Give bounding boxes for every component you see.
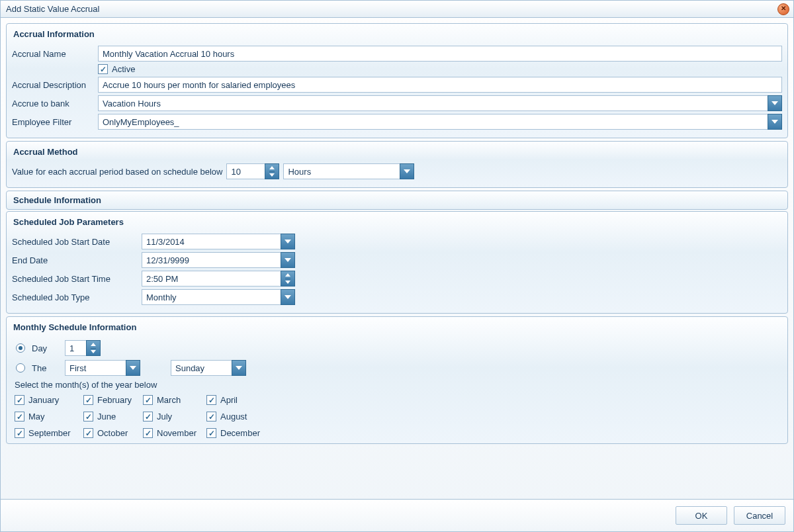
month-checkbox-july[interactable]: July	[143, 412, 206, 421]
chevron-down-icon	[285, 258, 291, 262]
month-label: February	[97, 395, 132, 405]
month-checkbox[interactable]	[83, 412, 93, 421]
month-checkbox[interactable]	[15, 412, 24, 421]
spin-down-button[interactable]	[269, 171, 275, 179]
accrual-unit-select[interactable]	[283, 163, 414, 179]
ordinal-dropdown-button[interactable]	[126, 360, 140, 376]
month-checkbox-june[interactable]: June	[83, 412, 143, 421]
spin-down-button[interactable]	[285, 279, 290, 287]
month-label: May	[28, 412, 45, 421]
day-spinner[interactable]	[65, 340, 101, 356]
month-checkbox[interactable]	[143, 395, 153, 405]
month-checkbox-may[interactable]: May	[15, 412, 83, 421]
chevron-up-icon	[91, 343, 96, 346]
accrual-name-input[interactable]	[98, 46, 782, 62]
month-checkbox[interactable]	[206, 428, 216, 438]
end-date-label: End Date	[12, 255, 142, 265]
accrue-to-bank-label: Accrue to bank	[12, 99, 98, 109]
weekday-select[interactable]	[171, 360, 246, 376]
start-time-label: Scheduled Job Start Time	[12, 274, 142, 284]
accrual-description-input[interactable]	[98, 77, 782, 93]
cancel-button[interactable]: Cancel	[734, 506, 785, 525]
close-button[interactable]: ✕	[777, 3, 789, 15]
ordinal-select[interactable]	[65, 360, 140, 376]
month-checkbox[interactable]	[83, 395, 93, 405]
weekday-value[interactable]	[171, 360, 232, 376]
spin-up-button[interactable]	[91, 341, 96, 348]
start-date-picker[interactable]	[142, 234, 295, 249]
day-spin-buttons[interactable]	[86, 340, 101, 356]
end-date-dropdown-button[interactable]	[281, 252, 295, 268]
accrue-to-bank-value[interactable]	[98, 95, 768, 111]
start-time-spin-buttons[interactable]	[281, 271, 295, 287]
chevron-down-icon	[285, 295, 291, 299]
month-checkbox-october[interactable]: October	[83, 428, 143, 438]
active-checkbox[interactable]	[98, 64, 108, 74]
accrual-value-label: Value for each accrual period based on s…	[12, 167, 226, 177]
spin-up-button[interactable]	[285, 271, 290, 279]
month-label: November	[157, 428, 197, 438]
start-date-row: Scheduled Job Start Date	[12, 234, 782, 249]
day-label: Day	[32, 343, 58, 353]
month-checkbox[interactable]	[15, 428, 24, 438]
accrue-to-bank-select[interactable]	[98, 95, 782, 111]
employee-filter-value[interactable]	[98, 114, 768, 130]
ok-button[interactable]: OK	[676, 506, 727, 525]
month-checkbox[interactable]	[83, 428, 93, 438]
accrual-unit-dropdown-button[interactable]	[400, 163, 414, 179]
end-date-picker[interactable]	[142, 252, 295, 268]
day-radio[interactable]	[16, 343, 25, 353]
active-checkbox-wrap[interactable]: Active	[98, 64, 135, 74]
chevron-down-icon	[91, 350, 96, 353]
month-label: January	[28, 395, 59, 405]
employee-filter-select[interactable]	[98, 114, 782, 130]
chevron-down-icon	[130, 366, 136, 370]
accrue-to-bank-row: Accrue to bank	[12, 95, 782, 111]
month-checkbox-august[interactable]: August	[206, 412, 279, 421]
month-label: March	[157, 395, 181, 405]
job-type-dropdown-button[interactable]	[281, 289, 295, 305]
ordinal-value[interactable]	[65, 360, 126, 376]
monthly-schedule-title: Monthly Schedule Information	[12, 321, 782, 336]
accrual-value-spin-buttons[interactable]	[265, 163, 279, 179]
month-checkbox-september[interactable]: September	[15, 428, 83, 438]
spin-up-button[interactable]	[269, 164, 275, 171]
month-checkbox[interactable]	[206, 412, 216, 421]
start-time-row: Scheduled Job Start Time	[12, 271, 782, 287]
month-checkbox-april[interactable]: April	[206, 395, 279, 405]
accrual-value-input[interactable]	[226, 163, 265, 179]
month-label: July	[157, 412, 172, 421]
accrual-name-label: Accrual Name	[12, 49, 98, 59]
start-time-spinner[interactable]	[142, 271, 295, 287]
weekday-dropdown-button[interactable]	[232, 360, 246, 376]
month-checkbox-march[interactable]: March	[143, 395, 206, 405]
month-label: April	[220, 395, 238, 405]
the-radio[interactable]	[16, 363, 25, 373]
start-date-input[interactable]	[142, 234, 281, 249]
end-date-input[interactable]	[142, 252, 281, 268]
month-checkbox[interactable]	[15, 395, 24, 405]
job-type-select[interactable]	[142, 289, 295, 305]
spin-down-button[interactable]	[91, 348, 96, 356]
accrual-value-spinner[interactable]	[226, 163, 279, 179]
accrual-name-row: Accrual Name	[12, 46, 782, 62]
day-value-input[interactable]	[65, 340, 86, 356]
chevron-down-icon	[285, 281, 290, 284]
job-type-value[interactable]	[142, 289, 281, 305]
month-checkbox-january[interactable]: January	[15, 395, 83, 405]
employee-filter-dropdown-button[interactable]	[768, 114, 782, 130]
accrue-to-bank-dropdown-button[interactable]	[768, 95, 782, 111]
month-checkbox-december[interactable]: December	[206, 428, 279, 438]
months-grid: JanuaryFebruaryMarchAprilMayJuneJulyAugu…	[15, 395, 782, 438]
start-date-dropdown-button[interactable]	[281, 234, 295, 249]
month-checkbox[interactable]	[143, 412, 153, 421]
start-time-input[interactable]	[142, 271, 281, 287]
month-checkbox-february[interactable]: February	[83, 395, 143, 405]
month-checkbox-november[interactable]: November	[143, 428, 206, 438]
chevron-down-icon	[269, 173, 275, 177]
month-checkbox[interactable]	[143, 428, 153, 438]
month-checkbox[interactable]	[206, 395, 216, 405]
monthly-the-row: The	[16, 360, 782, 376]
accrual-unit-value[interactable]	[283, 163, 400, 179]
chevron-down-icon	[772, 120, 778, 124]
